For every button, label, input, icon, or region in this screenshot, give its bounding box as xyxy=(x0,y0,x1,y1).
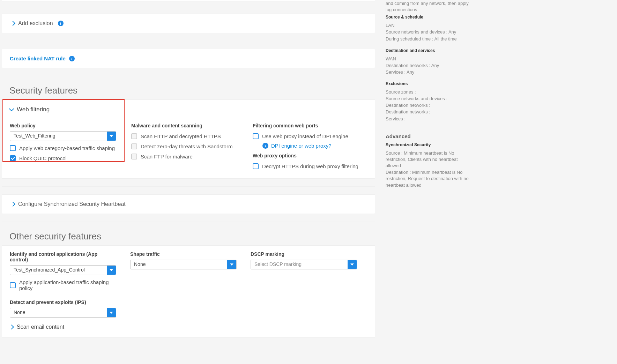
apply-app-shaping-label: Apply application-based traffic shaping … xyxy=(19,279,116,291)
scan-http-label: Scan HTTP and decrypted HTTPS xyxy=(141,133,221,139)
dest-services-title: Destination and services xyxy=(386,48,473,54)
ips-select[interactable]: None xyxy=(10,308,116,318)
source-schedule-during: During scheduled time : All the time xyxy=(386,36,473,42)
chevron-down-icon xyxy=(9,106,14,111)
exclusions-title: Exclusions xyxy=(386,81,473,87)
web-policy-label: Web policy xyxy=(10,123,124,128)
add-exclusion-row[interactable]: Add exclusion i xyxy=(2,14,375,33)
web-filtering-panel: Web filtering Web policy Test_Web_Filter… xyxy=(2,99,375,179)
shape-traffic-label: Shape traffic xyxy=(130,251,237,257)
security-features-title: Security features xyxy=(2,83,375,99)
exclusions-srczones: Source zones : xyxy=(386,89,473,95)
sync-security-row[interactable]: Configure Synchronized Security Heartbea… xyxy=(2,194,375,214)
dpi-help-link[interactable]: i DPI engine or web proxy? xyxy=(253,141,367,150)
block-quic-label: Block QUIC protocol xyxy=(19,155,67,161)
detect-zero-label: Detect zero-day threats with Sandstorm xyxy=(141,143,232,149)
app-control-select[interactable]: Test_Synchronized_App_Control xyxy=(10,265,116,275)
ips-label: Detect and prevent exploits (IPS) xyxy=(10,299,367,305)
create-nat-link[interactable]: Create linked NAT rule i xyxy=(2,49,375,68)
dest-services-wan: WAN xyxy=(386,56,473,62)
web-policy-select[interactable]: Test_Web_Filtering xyxy=(10,131,116,141)
ips-value: None xyxy=(10,308,107,317)
sync-dest-line: Destination : Minimum heartbeat is No re… xyxy=(386,169,473,188)
dest-services-destnet: Destination networks : Any xyxy=(386,62,473,69)
scan-email-row[interactable]: Scan email content xyxy=(10,324,367,330)
detect-zero-checkbox[interactable] xyxy=(131,143,137,149)
web-policy-value: Test_Web_Filtering xyxy=(10,132,107,141)
source-schedule-srcnet: Source networks and devices : Any xyxy=(386,29,473,35)
chevron-right-icon xyxy=(9,325,14,329)
scan-ftp-label: Scan FTP for malware xyxy=(141,154,193,159)
scan-email-label: Scan email content xyxy=(17,324,64,330)
sync-source-line: Source : Minimum heartbeat is No restric… xyxy=(386,150,473,169)
dropdown-button[interactable] xyxy=(107,266,116,275)
scan-ftp-checkbox[interactable] xyxy=(131,154,137,159)
dest-services-services: Services : Any xyxy=(386,69,473,75)
info-icon: i xyxy=(262,143,268,149)
apply-app-shaping-checkbox[interactable] xyxy=(10,282,16,288)
create-nat-label: Create linked NAT rule xyxy=(10,55,66,61)
caret-down-icon xyxy=(110,269,113,271)
source-schedule-lan: LAN xyxy=(386,22,473,29)
info-icon[interactable]: i xyxy=(69,56,75,61)
sync-security-title: Synchronized Security xyxy=(386,142,473,148)
apply-category-label: Apply web category-based traffic shaping xyxy=(19,145,115,151)
exclusions-srcnet: Source networks and devices : xyxy=(386,96,473,102)
webproxy-header: Web proxy options xyxy=(253,153,367,158)
info-icon[interactable]: i xyxy=(58,21,64,26)
use-proxy-checkbox[interactable] xyxy=(253,133,259,139)
chevron-right-icon xyxy=(10,202,15,207)
sync-security-label: Configure Synchronized Security Heartbea… xyxy=(18,201,126,207)
app-control-label: Identify and control applications (App c… xyxy=(10,251,116,262)
apply-category-checkbox[interactable] xyxy=(10,145,16,151)
other-security-panel: Identify and control applications (App c… xyxy=(2,245,375,337)
caret-down-icon xyxy=(230,263,233,266)
filtering-header: Filtering common web ports xyxy=(253,123,367,128)
dropdown-button[interactable] xyxy=(227,260,236,269)
malware-header: Malware and content scanning xyxy=(131,123,246,128)
block-quic-checkbox[interactable] xyxy=(10,155,16,161)
dscp-placeholder: Select DSCP marking xyxy=(251,260,348,269)
dropdown-button[interactable] xyxy=(348,260,357,269)
other-security-title: Other security features xyxy=(2,229,375,245)
dscp-select[interactable]: Select DSCP marking xyxy=(251,260,357,269)
dropdown-button[interactable] xyxy=(107,132,116,141)
decrypt-https-checkbox[interactable] xyxy=(253,163,259,169)
summary-sidebar: and coming from any network, then apply … xyxy=(375,0,480,364)
caret-down-icon xyxy=(110,312,113,314)
dscp-label: DSCP marking xyxy=(251,251,357,257)
use-proxy-label: Use web proxy instead of DPI engine xyxy=(262,133,348,139)
exclusions-destnet1: Destination networks : xyxy=(386,102,473,109)
app-control-value: Test_Synchronized_App_Control xyxy=(10,266,107,275)
web-filtering-header[interactable]: Web filtering xyxy=(2,100,375,117)
caret-down-icon xyxy=(350,263,354,266)
dropdown-button[interactable] xyxy=(107,308,116,317)
sidebar-intro: and coming from any network, then apply … xyxy=(386,0,473,13)
exclusions-services: Services : xyxy=(386,116,473,122)
web-filtering-label: Web filtering xyxy=(17,106,50,113)
shape-traffic-select[interactable]: None xyxy=(130,260,237,269)
exclusions-destnet2: Destination networks : xyxy=(386,109,473,115)
dpi-help-label: DPI engine or web proxy? xyxy=(271,143,332,149)
advanced-title: Advanced xyxy=(386,133,473,140)
scan-http-checkbox[interactable] xyxy=(131,133,137,139)
source-schedule-title: Source & schedule xyxy=(386,14,473,20)
decrypt-https-label: Decrypt HTTPS during web proxy filtering xyxy=(262,163,358,169)
shape-traffic-value: None xyxy=(131,260,227,269)
chevron-right-icon xyxy=(10,21,15,26)
caret-down-icon xyxy=(110,135,113,137)
add-exclusion-label: Add exclusion xyxy=(18,20,53,27)
